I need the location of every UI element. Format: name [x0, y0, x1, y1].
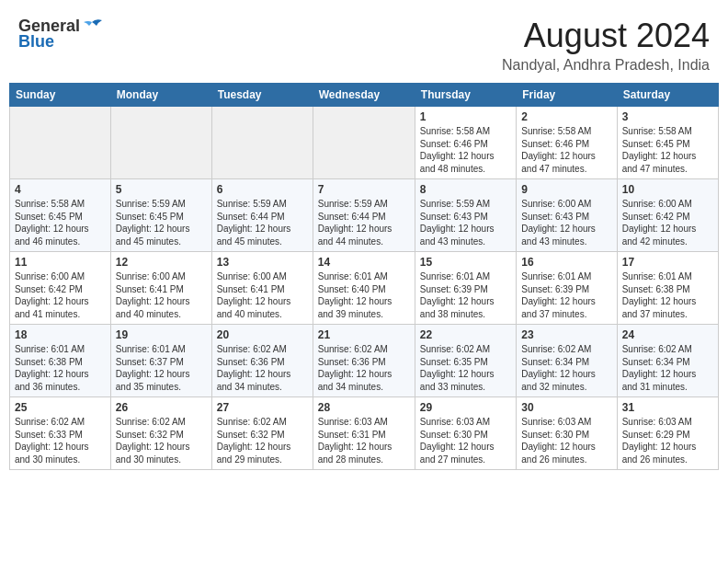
calendar-cell: 26Sunrise: 6:02 AM Sunset: 6:32 PM Dayli…: [110, 397, 211, 470]
day-number: 30: [521, 401, 611, 414]
day-number: 24: [622, 328, 713, 341]
calendar-week-2: 4Sunrise: 5:58 AM Sunset: 6:45 PM Daylig…: [10, 179, 719, 252]
day-detail: Sunrise: 6:00 AM Sunset: 6:43 PM Dayligh…: [521, 198, 611, 247]
day-number: 1: [420, 110, 511, 123]
calendar-cell: 13Sunrise: 6:00 AM Sunset: 6:41 PM Dayli…: [211, 252, 313, 325]
day-number: 14: [318, 256, 410, 269]
day-number: 18: [15, 328, 106, 341]
calendar-cell: 20Sunrise: 6:02 AM Sunset: 6:36 PM Dayli…: [211, 325, 313, 397]
calendar-cell: 2Sunrise: 5:58 AM Sunset: 6:46 PM Daylig…: [517, 107, 617, 179]
weekday-header-wednesday: Wednesday: [313, 84, 415, 107]
calendar-cell: 10Sunrise: 6:00 AM Sunset: 6:42 PM Dayli…: [617, 179, 718, 252]
day-detail: Sunrise: 6:01 AM Sunset: 6:38 PM Dayligh…: [15, 343, 106, 393]
day-detail: Sunrise: 5:59 AM Sunset: 6:43 PM Dayligh…: [420, 198, 511, 247]
calendar-cell: 25Sunrise: 6:02 AM Sunset: 6:33 PM Dayli…: [10, 397, 111, 470]
day-number: 22: [420, 328, 511, 341]
day-detail: Sunrise: 5:59 AM Sunset: 6:44 PM Dayligh…: [318, 198, 410, 247]
calendar-week-1: 1Sunrise: 5:58 AM Sunset: 6:46 PM Daylig…: [10, 107, 719, 179]
calendar-cell: 22Sunrise: 6:02 AM Sunset: 6:35 PM Dayli…: [415, 325, 516, 397]
calendar-week-3: 11Sunrise: 6:00 AM Sunset: 6:42 PM Dayli…: [10, 252, 719, 325]
page-header: General Blue August 2024 Nandyal, Andhra…: [9, 9, 719, 77]
day-number: 9: [521, 183, 611, 196]
calendar-cell: 23Sunrise: 6:02 AM Sunset: 6:34 PM Dayli…: [517, 325, 617, 397]
day-detail: Sunrise: 6:02 AM Sunset: 6:34 PM Dayligh…: [622, 343, 713, 393]
day-number: 12: [116, 256, 207, 269]
weekday-header-monday: Monday: [110, 84, 211, 107]
day-number: 17: [622, 256, 713, 269]
day-detail: Sunrise: 6:00 AM Sunset: 6:42 PM Dayligh…: [622, 198, 713, 247]
weekday-header-sunday: Sunday: [10, 84, 111, 107]
calendar-cell: 7Sunrise: 5:59 AM Sunset: 6:44 PM Daylig…: [313, 179, 415, 252]
weekday-header-saturday: Saturday: [617, 84, 718, 107]
day-detail: Sunrise: 6:00 AM Sunset: 6:41 PM Dayligh…: [116, 270, 207, 320]
day-detail: Sunrise: 6:02 AM Sunset: 6:36 PM Dayligh…: [217, 343, 308, 393]
day-detail: Sunrise: 6:03 AM Sunset: 6:31 PM Dayligh…: [318, 416, 410, 465]
day-number: 25: [15, 401, 106, 414]
day-detail: Sunrise: 6:01 AM Sunset: 6:39 PM Dayligh…: [420, 270, 511, 320]
calendar-cell: 30Sunrise: 6:03 AM Sunset: 6:30 PM Dayli…: [517, 397, 617, 470]
day-detail: Sunrise: 5:59 AM Sunset: 6:45 PM Dayligh…: [116, 198, 207, 247]
day-detail: Sunrise: 5:58 AM Sunset: 6:45 PM Dayligh…: [15, 198, 106, 247]
calendar-cell: 16Sunrise: 6:01 AM Sunset: 6:39 PM Dayli…: [517, 252, 617, 325]
calendar-cell: 28Sunrise: 6:03 AM Sunset: 6:31 PM Dayli…: [313, 397, 415, 470]
day-detail: Sunrise: 6:03 AM Sunset: 6:30 PM Dayligh…: [521, 416, 611, 465]
calendar-cell: 24Sunrise: 6:02 AM Sunset: 6:34 PM Dayli…: [617, 325, 718, 397]
day-detail: Sunrise: 6:03 AM Sunset: 6:29 PM Dayligh…: [622, 416, 713, 465]
logo-blue-text: Blue: [18, 32, 54, 52]
month-year-title: August 2024: [502, 17, 710, 55]
day-detail: Sunrise: 6:01 AM Sunset: 6:39 PM Dayligh…: [521, 270, 611, 320]
day-number: 19: [116, 328, 207, 341]
day-number: 3: [622, 110, 713, 123]
day-detail: Sunrise: 6:00 AM Sunset: 6:42 PM Dayligh…: [15, 270, 106, 320]
day-number: 21: [318, 328, 410, 341]
calendar-cell: [10, 107, 111, 179]
day-number: 27: [217, 401, 308, 414]
calendar-cell: 14Sunrise: 6:01 AM Sunset: 6:40 PM Dayli…: [313, 252, 415, 325]
calendar-cell: 9Sunrise: 6:00 AM Sunset: 6:43 PM Daylig…: [517, 179, 617, 252]
day-number: 4: [15, 183, 106, 196]
day-detail: Sunrise: 6:02 AM Sunset: 6:33 PM Dayligh…: [15, 416, 106, 465]
day-detail: Sunrise: 6:02 AM Sunset: 6:36 PM Dayligh…: [318, 343, 410, 393]
title-block: August 2024 Nandyal, Andhra Pradesh, Ind…: [502, 17, 710, 74]
day-number: 15: [420, 256, 511, 269]
logo-bird-icon: [82, 18, 102, 33]
calendar-cell: 15Sunrise: 6:01 AM Sunset: 6:39 PM Dayli…: [415, 252, 516, 325]
day-detail: Sunrise: 5:58 AM Sunset: 6:45 PM Dayligh…: [622, 125, 713, 175]
day-detail: Sunrise: 6:00 AM Sunset: 6:41 PM Dayligh…: [217, 270, 308, 320]
day-detail: Sunrise: 6:02 AM Sunset: 6:35 PM Dayligh…: [420, 343, 511, 393]
day-number: 23: [521, 328, 611, 341]
day-number: 10: [622, 183, 713, 196]
day-number: 29: [420, 401, 511, 414]
day-number: 6: [217, 183, 308, 196]
calendar-cell: 1Sunrise: 5:58 AM Sunset: 6:46 PM Daylig…: [415, 107, 516, 179]
calendar-cell: 3Sunrise: 5:58 AM Sunset: 6:45 PM Daylig…: [617, 107, 718, 179]
day-number: 31: [622, 401, 713, 414]
day-detail: Sunrise: 6:01 AM Sunset: 6:40 PM Dayligh…: [318, 270, 410, 320]
calendar-cell: 27Sunrise: 6:02 AM Sunset: 6:32 PM Dayli…: [211, 397, 313, 470]
calendar-cell: 21Sunrise: 6:02 AM Sunset: 6:36 PM Dayli…: [313, 325, 415, 397]
day-detail: Sunrise: 6:02 AM Sunset: 6:34 PM Dayligh…: [521, 343, 611, 393]
calendar-cell: [211, 107, 313, 179]
weekday-header-row: SundayMondayTuesdayWednesdayThursdayFrid…: [10, 84, 719, 107]
day-detail: Sunrise: 6:01 AM Sunset: 6:38 PM Dayligh…: [622, 270, 713, 320]
day-number: 8: [420, 183, 511, 196]
day-detail: Sunrise: 6:02 AM Sunset: 6:32 PM Dayligh…: [116, 416, 207, 465]
weekday-header-friday: Friday: [517, 84, 617, 107]
day-number: 28: [318, 401, 410, 414]
calendar-cell: 29Sunrise: 6:03 AM Sunset: 6:30 PM Dayli…: [415, 397, 516, 470]
day-detail: Sunrise: 5:58 AM Sunset: 6:46 PM Dayligh…: [521, 125, 611, 175]
day-number: 7: [318, 183, 410, 196]
day-number: 20: [217, 328, 308, 341]
day-number: 13: [217, 256, 308, 269]
calendar-table: SundayMondayTuesdayWednesdayThursdayFrid…: [9, 83, 719, 470]
calendar-cell: 19Sunrise: 6:01 AM Sunset: 6:37 PM Dayli…: [110, 325, 211, 397]
calendar-cell: 18Sunrise: 6:01 AM Sunset: 6:38 PM Dayli…: [10, 325, 111, 397]
calendar-cell: 12Sunrise: 6:00 AM Sunset: 6:41 PM Dayli…: [110, 252, 211, 325]
day-detail: Sunrise: 5:59 AM Sunset: 6:44 PM Dayligh…: [217, 198, 308, 247]
calendar-cell: 31Sunrise: 6:03 AM Sunset: 6:29 PM Dayli…: [617, 397, 718, 470]
day-number: 26: [116, 401, 207, 414]
day-detail: Sunrise: 6:03 AM Sunset: 6:30 PM Dayligh…: [420, 416, 511, 465]
calendar-cell: [110, 107, 211, 179]
calendar-cell: 17Sunrise: 6:01 AM Sunset: 6:38 PM Dayli…: [617, 252, 718, 325]
calendar-cell: 4Sunrise: 5:58 AM Sunset: 6:45 PM Daylig…: [10, 179, 111, 252]
